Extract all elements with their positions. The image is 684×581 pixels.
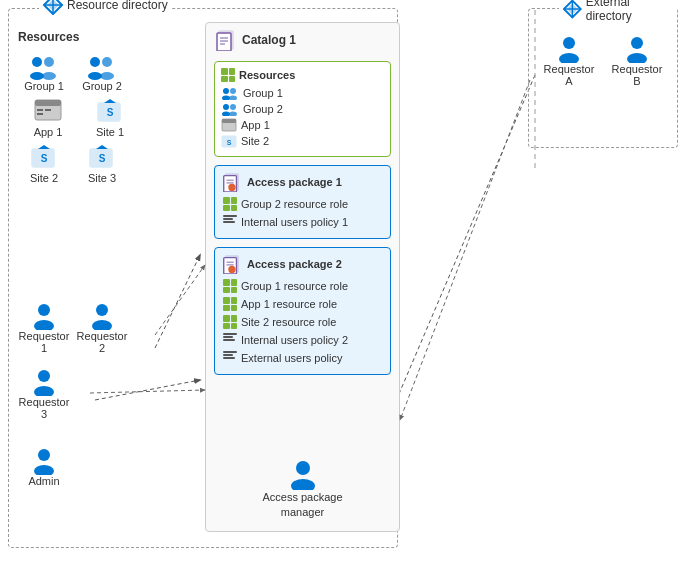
res-site2-label: Site 2 — [30, 172, 58, 184]
svg-point-15 — [627, 53, 647, 63]
res-site1: S Site 1 — [84, 98, 136, 138]
svg-text:S: S — [41, 153, 48, 164]
admin-panel: Admin — [18, 445, 70, 487]
svg-point-52 — [223, 104, 229, 110]
external-directory-label: External directory — [559, 0, 677, 23]
catalog-resources-title: Resources — [221, 68, 384, 82]
diagram: Resource directory External directory Re… — [0, 0, 684, 581]
external-dir-icon — [563, 0, 582, 19]
ap2-item-0: Group 1 resource role — [221, 278, 384, 294]
ap1-label: Access package 1 — [247, 176, 342, 188]
res-group2: Group 2 — [76, 52, 128, 92]
ap1-item0-icon — [223, 197, 237, 211]
requestor1: Requestor 1 — [18, 300, 70, 354]
requestor3: Requestor 3 — [18, 366, 70, 420]
svg-point-38 — [92, 320, 112, 330]
cat-group2-label: Group 2 — [243, 103, 283, 115]
res-site2: S Site 2 — [18, 144, 70, 184]
ap-manager-label: Access packagemanager — [262, 490, 342, 519]
group2-icon — [85, 52, 119, 80]
app1-icon — [33, 98, 63, 126]
svg-point-64 — [228, 184, 235, 191]
svg-point-35 — [38, 304, 50, 316]
resources-title: Resources — [18, 30, 178, 44]
svg-rect-44 — [217, 33, 231, 51]
ap1-item1-icon — [223, 215, 237, 229]
resource-directory-title: Resource directory — [67, 0, 168, 12]
cat-group2: Group 2 — [221, 102, 384, 116]
admin: Admin — [18, 445, 70, 487]
ap1-item0-label: Group 2 resource role — [241, 198, 348, 210]
res-site3-label: Site 3 — [88, 172, 116, 184]
ap2-label: Access package 2 — [247, 258, 342, 270]
requestors-panel: Requestor 1 Requestor 2 Requestor 3 — [18, 300, 178, 420]
ap1-item1-label: Internal users policy 1 — [241, 216, 348, 228]
ap2-item-4: External users policy — [221, 350, 384, 366]
svg-point-70 — [296, 461, 310, 475]
requestor-a-label: Requestor A — [543, 63, 595, 87]
res-group1-label: Group 1 — [24, 80, 64, 92]
svg-point-69 — [228, 266, 235, 273]
svg-point-36 — [34, 320, 54, 330]
svg-point-13 — [559, 53, 579, 63]
external-directory-title: External directory — [586, 0, 673, 23]
svg-point-50 — [230, 88, 236, 94]
svg-point-14 — [631, 37, 643, 49]
ap2-item2-icon — [223, 315, 237, 329]
cat-group2-icon — [221, 102, 239, 116]
ap2-item4-label: External users policy — [241, 352, 343, 364]
svg-point-20 — [90, 57, 100, 67]
catalog-header: Catalog 1 — [206, 23, 399, 57]
requestor2: Requestor 2 — [76, 300, 128, 354]
ap2-item-2: Site 2 resource role — [221, 314, 384, 330]
svg-point-21 — [88, 72, 102, 80]
catalog-resources-box: Resources Group 1 — [214, 61, 391, 157]
ap2-item-1: App 1 resource role — [221, 296, 384, 312]
site3-icon: S — [87, 144, 117, 172]
ap1-item-0: Group 2 resource role — [221, 196, 384, 212]
ap2-item0-icon — [223, 279, 237, 293]
svg-point-37 — [96, 304, 108, 316]
catalog-icon — [214, 29, 236, 51]
requestor3-icon — [29, 366, 59, 396]
svg-rect-57 — [222, 119, 236, 123]
svg-point-19 — [42, 72, 56, 80]
cat-group1-label: Group 1 — [243, 87, 283, 99]
svg-line-2 — [390, 75, 535, 415]
cat-app1-icon — [221, 118, 237, 132]
resource-dir-icon — [43, 0, 63, 15]
access-package-2: Access package 2 Group 1 resource role A… — [214, 247, 391, 375]
svg-point-42 — [34, 465, 54, 475]
group1-icon — [27, 52, 61, 80]
requestors-grid: Requestor 1 Requestor 2 Requestor 3 — [18, 300, 178, 420]
svg-point-55 — [229, 112, 237, 117]
svg-point-49 — [222, 96, 230, 101]
svg-point-71 — [291, 479, 315, 490]
svg-point-41 — [38, 449, 50, 461]
requestor1-label: Requestor 1 — [18, 330, 70, 354]
ap1-header: Access package 1 — [221, 172, 384, 192]
requestor-a-icon — [554, 33, 584, 63]
cat-app1: App 1 — [221, 118, 384, 132]
ap2-catalog-icon — [221, 254, 241, 274]
ap1-item-1: Internal users policy 1 — [221, 214, 384, 230]
svg-point-53 — [222, 112, 230, 117]
svg-point-39 — [38, 370, 50, 382]
site2-icon: S — [29, 144, 59, 172]
admin-icon — [29, 445, 59, 475]
res-app1: App 1 — [18, 98, 78, 138]
external-directory-box: External directory Requestor A Requestor… — [528, 8, 678, 148]
ap2-item-3: Internal users policy 2 — [221, 332, 384, 348]
resources-grid: Group 1 Group 2 — [18, 52, 178, 184]
ap2-item1-label: App 1 resource role — [241, 298, 337, 310]
requestor-b: Requestor B — [611, 33, 663, 87]
svg-point-48 — [223, 88, 229, 94]
ap2-item2-label: Site 2 resource role — [241, 316, 336, 328]
ap1-catalog-icon — [221, 172, 241, 192]
access-package-1: Access package 1 Group 2 resource role I… — [214, 165, 391, 239]
ap2-item1-icon — [223, 297, 237, 311]
svg-rect-27 — [45, 109, 51, 111]
svg-text:S: S — [227, 139, 232, 146]
cat-app1-label: App 1 — [241, 119, 270, 131]
svg-point-16 — [32, 57, 42, 67]
